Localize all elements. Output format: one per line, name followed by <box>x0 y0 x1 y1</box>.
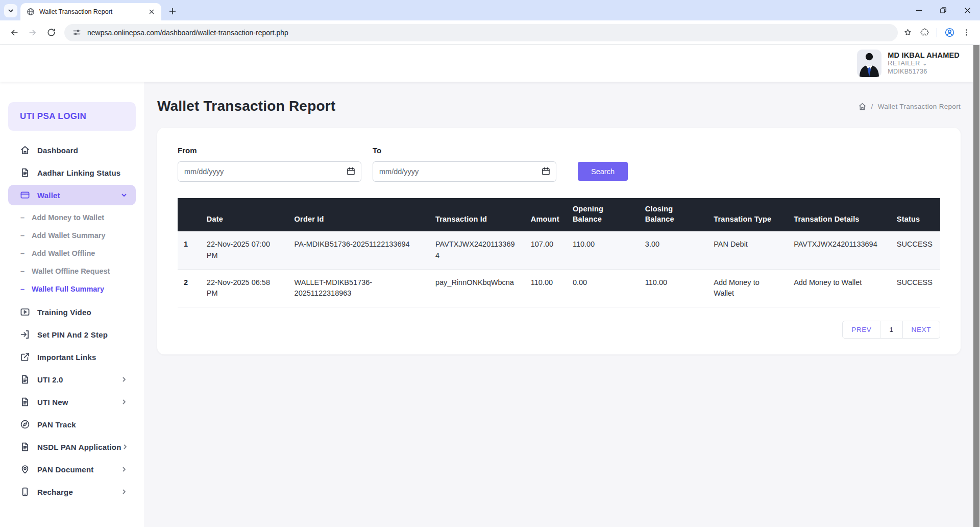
back-button[interactable] <box>5 23 23 42</box>
menu-kebab-icon[interactable] <box>962 28 971 37</box>
sidebar-item-recharge[interactable]: Recharge <box>8 482 136 502</box>
user-role[interactable]: RETAILER ⌄ <box>888 60 960 68</box>
site-settings-icon[interactable] <box>72 28 81 37</box>
report-card: From To <box>157 128 961 354</box>
sidebar-subitem-label: Wallet Full Summary <box>32 285 104 293</box>
external-link-icon <box>20 352 30 362</box>
cell-status: SUCCESS <box>891 231 940 269</box>
plus-icon <box>169 8 176 15</box>
sidebar-subitem-wallet-full-summary[interactable]: –Wallet Full Summary <box>0 280 144 298</box>
sidebar-brand[interactable]: UTI PSA LOGIN <box>8 102 136 131</box>
column-header-transation-details: Transation Details <box>788 198 891 231</box>
video-icon <box>20 307 30 317</box>
column-header-order-id: Order Id <box>288 198 429 231</box>
home-icon <box>20 145 30 155</box>
sidebar-item-training-video[interactable]: Training Video <box>8 302 136 322</box>
cell-opening_balance: 0.00 <box>567 269 639 307</box>
column-header-closing-balance: Closing Balance <box>639 198 707 231</box>
cell-sno: 2 <box>178 269 201 307</box>
sidebar-item-aadhar-linking-status[interactable]: Aadhar Linking Status <box>8 162 136 183</box>
avatar <box>857 50 881 77</box>
dash-icon: – <box>20 231 32 239</box>
browser-url-bar: newpsa.onlinepsa.com/dashboard/wallet-tr… <box>0 20 980 45</box>
log-in-icon <box>20 329 30 340</box>
bookmark-star-icon[interactable] <box>903 28 913 37</box>
sidebar-item-uti-2-0[interactable]: UTI 2.0 <box>8 369 136 390</box>
transactions-table: DateOrder IdTransaction IdAmountOpening … <box>178 198 940 307</box>
page-scrollbar[interactable] <box>973 45 980 527</box>
window-minimize-icon[interactable] <box>916 7 922 14</box>
cell-closing_balance: 3.00 <box>639 231 707 269</box>
extensions-icon[interactable] <box>920 28 929 37</box>
cell-sno: 1 <box>178 231 201 269</box>
sidebar-item-label: Recharge <box>37 488 73 496</box>
url-input[interactable]: newpsa.onlinepsa.com/dashboard/wallet-tr… <box>64 24 898 41</box>
globe-favicon-icon <box>27 8 35 16</box>
main-content: Wallet Transaction Report / Wallet Trans… <box>144 82 973 527</box>
window-close-icon[interactable] <box>964 7 971 14</box>
column-header-amount: Amount <box>525 198 567 231</box>
column-header-transaction-id: Transaction Id <box>429 198 525 231</box>
user-name: MD IKBAL AHAMED <box>888 51 960 60</box>
sidebar-item-wallet[interactable]: Wallet <box>8 185 136 205</box>
cell-transaction_id: PAVTXJWX24201133694 <box>429 231 525 269</box>
sidebar: UTI PSA LOGIN DashboardAadhar Linking St… <box>0 45 144 527</box>
table-row: 122-Nov-2025 07:00 PMPA-MDIKB51736-20251… <box>178 231 940 269</box>
cell-opening_balance: 110.00 <box>567 231 639 269</box>
sidebar-subitem-add-wallet-summary[interactable]: –Add Wallet Summary <box>0 226 144 244</box>
sidebar-subitem-label: Add Wallet Summary <box>32 231 106 239</box>
toolbar-divider <box>937 28 937 37</box>
browser-actions <box>903 27 975 38</box>
pagination-next-button[interactable]: NEXT <box>903 321 940 338</box>
cell-amount: 110.00 <box>525 269 567 307</box>
sidebar-item-pan-document[interactable]: PAN Document <box>8 459 136 480</box>
sidebar-item-label: Important Links <box>37 353 96 362</box>
sidebar-item-important-links[interactable]: Important Links <box>8 347 136 367</box>
sidebar-submenu-wallet: –Add Money to Wallet–Add Wallet Summary–… <box>0 208 144 298</box>
sidebar-item-label: Wallet <box>37 191 60 200</box>
sidebar-item-pan-track[interactable]: PAN Track <box>8 414 136 435</box>
cell-transation_details: Add Money to Wallet <box>788 269 891 307</box>
chevron-down-icon: ⌄ <box>922 60 928 67</box>
reload-button[interactable] <box>42 23 60 42</box>
app-header: MD IKBAL AHAMED RETAILER ⌄ MDIKB51736 <box>0 45 973 82</box>
profile-icon[interactable] <box>944 27 955 38</box>
sidebar-item-dashboard[interactable]: Dashboard <box>8 140 136 160</box>
sidebar-subitem-add-money-to-wallet[interactable]: –Add Money to Wallet <box>0 208 144 226</box>
chevron-right-icon <box>120 398 128 405</box>
column-header-transation-type: Transation Type <box>707 198 788 231</box>
credit-card-icon <box>20 190 30 200</box>
forward-button[interactable] <box>23 23 42 42</box>
to-label: To <box>373 146 556 155</box>
cell-date: 22-Nov-2025 07:00 PM <box>201 231 288 269</box>
user-profile[interactable]: MD IKBAL AHAMED RETAILER ⌄ MDIKB51736 <box>857 50 960 77</box>
scrollbar-thumb[interactable] <box>973 45 979 527</box>
browser-tab[interactable]: Wallet Transaction Report <box>20 3 161 20</box>
column-header-status: Status <box>891 198 940 231</box>
sidebar-item-label: NSDL PAN Application <box>37 443 121 451</box>
new-tab-button[interactable] <box>165 4 180 18</box>
chevron-right-icon <box>120 376 128 383</box>
pagination-page-1[interactable]: 1 <box>880 321 902 338</box>
cell-status: SUCCESS <box>891 269 940 307</box>
cell-transation_details: PAVTXJWX24201133694 <box>788 231 891 269</box>
home-icon[interactable] <box>858 102 867 111</box>
tab-list-button[interactable] <box>4 4 17 17</box>
file-text-icon <box>20 442 30 452</box>
pagination: PREV 1 NEXT <box>842 321 940 339</box>
window-controls <box>916 0 971 20</box>
to-date-input[interactable] <box>373 161 556 182</box>
window-restore-icon[interactable] <box>940 7 947 14</box>
sidebar-subitem-label: Add Wallet Offline <box>32 249 95 257</box>
from-date-input[interactable] <box>178 161 361 182</box>
tab-close-icon[interactable] <box>147 7 156 16</box>
pagination-prev-button[interactable]: PREV <box>843 321 880 338</box>
sidebar-subitem-add-wallet-offline[interactable]: –Add Wallet Offline <box>0 244 144 262</box>
sidebar-item-label: UTI 2.0 <box>37 375 63 384</box>
sidebar-item-uti-new[interactable]: UTI New <box>8 392 136 412</box>
dash-icon: – <box>20 213 32 222</box>
sidebar-item-nsdl-pan-application[interactable]: NSDL PAN Application <box>8 437 136 457</box>
search-button[interactable]: Search <box>578 162 628 181</box>
sidebar-subitem-wallet-offline-request[interactable]: –Wallet Offline Request <box>0 262 144 280</box>
sidebar-item-set-pin-and-2-step[interactable]: Set PIN And 2 Step <box>8 324 136 345</box>
